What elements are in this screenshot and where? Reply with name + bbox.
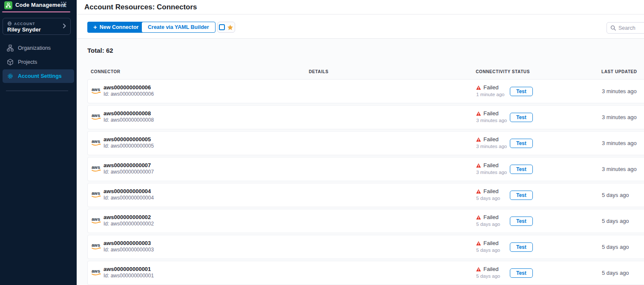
table-row[interactable]: aws aws000000000003 Id: aws000000000003 (87, 235, 644, 259)
table-row[interactable]: aws aws000000000005 Id: aws000000000005 (87, 131, 644, 155)
warning-triangle-icon (476, 215, 481, 219)
last-updated: 5 days ago (602, 270, 629, 276)
module-title: Code Management (15, 2, 66, 8)
connectivity-status-cell: Failed 5 days ago (476, 188, 500, 201)
test-button[interactable]: Test (510, 139, 533, 148)
account-name: Riley Snyder (7, 26, 41, 33)
test-button[interactable]: Test (510, 217, 533, 226)
connector-name: aws000000000006 (104, 84, 151, 91)
gear-icon (7, 73, 14, 80)
cube-icon (7, 59, 14, 66)
last-updated: 5 days ago (602, 244, 629, 250)
status-text: Failed (483, 162, 498, 168)
svg-text:aws: aws (92, 217, 100, 222)
svg-text:aws: aws (92, 87, 100, 92)
test-button[interactable]: Test (510, 87, 533, 96)
search-input[interactable] (618, 25, 644, 31)
sidebar-item-organizations[interactable]: Organizations (3, 41, 74, 55)
column-header-connector: CONNECTOR (91, 69, 121, 74)
search-box (607, 22, 644, 34)
last-updated: 3 minutes ago (602, 114, 637, 120)
test-button[interactable]: Test (510, 242, 533, 252)
create-via-yaml-builder-button[interactable]: Create via YAML Builder (141, 22, 216, 33)
aws-logo-icon: aws (91, 138, 102, 148)
table-row[interactable]: aws aws000000000004 Id: aws000000000004 (87, 183, 644, 207)
svg-text:aws: aws (92, 139, 100, 144)
column-header-last-updated: LAST UPDATED (601, 69, 637, 74)
main-area: Account Resources: Connectors + New Conn… (77, 0, 644, 285)
globe-icon (7, 21, 12, 26)
sidebar-accent-divider (2, 11, 70, 12)
favorites-filter-group (217, 22, 235, 33)
connector-name: aws000000000007 (104, 162, 151, 168)
test-button[interactable]: Test (510, 191, 533, 200)
table-row[interactable]: aws aws000000000002 Id: aws000000000002 (87, 209, 644, 233)
table-row[interactable]: aws aws000000000001 Id: aws000000000001 (87, 261, 644, 285)
connector-rows: aws aws000000000006 Id: aws000000000006 (87, 79, 644, 285)
total-count: Total: 62 (87, 47, 113, 54)
connectivity-status-cell: Failed 3 minutes ago (476, 162, 507, 175)
status-time: 3 minutes ago (476, 144, 507, 149)
new-connector-label: New Connector (100, 24, 139, 30)
code-management-logo-icon[interactable] (4, 1, 12, 9)
table-row[interactable]: aws aws000000000007 Id: aws000000000007 (87, 157, 644, 181)
new-connector-button[interactable]: + New Connector (87, 22, 144, 33)
status-text: Failed (483, 214, 498, 220)
warning-triangle-icon (476, 189, 481, 194)
connectivity-status-cell: Failed 5 days ago (476, 240, 500, 253)
status-time: 5 days ago (476, 222, 500, 227)
status-text: Failed (483, 188, 498, 194)
svg-text:aws: aws (92, 165, 100, 170)
connectivity-status-cell: Failed 5 days ago (476, 266, 500, 279)
connectivity-status-cell: Failed 3 minutes ago (476, 110, 507, 123)
column-header-connectivity-status: CONNECTIVITY STATUS (476, 69, 530, 74)
status-text: Failed (483, 240, 498, 246)
connectivity-status-cell: Failed 5 days ago (476, 214, 500, 227)
column-header-details: DETAILS (309, 69, 328, 74)
account-selector[interactable]: ACCOUNT Riley Snyder (3, 18, 71, 35)
status-time: 3 minutes ago (476, 118, 507, 123)
sidebar-divider (6, 91, 68, 91)
connector-id: Id: aws000000000008 (104, 117, 154, 123)
connector-name: aws000000000001 (104, 266, 151, 272)
connector-id: Id: aws000000000001 (104, 273, 154, 279)
test-button[interactable]: Test (510, 165, 533, 174)
aws-logo-icon: aws (91, 268, 102, 277)
connector-id: Id: aws000000000003 (104, 247, 154, 253)
table-row[interactable]: aws aws000000000008 Id: aws000000000008 (87, 105, 644, 129)
test-button[interactable]: Test (510, 268, 533, 278)
aws-logo-icon: aws (91, 242, 102, 251)
last-updated: 5 days ago (602, 192, 629, 198)
sidebar: Code Management ACCOUNT Riley Snyder (0, 0, 77, 285)
connector-id: Id: aws000000000002 (104, 221, 154, 227)
status-text: Failed (483, 110, 498, 117)
table-row[interactable]: aws aws000000000006 Id: aws000000000006 (87, 79, 644, 103)
sidebar-header: Code Management (0, 0, 77, 10)
table-column-headers: CONNECTOR DETAILS CONNECTIVITY STATUS LA… (77, 69, 644, 74)
connector-id: Id: aws000000000005 (104, 143, 154, 149)
sidebar-item-projects[interactable]: Projects (3, 55, 74, 69)
sidebar-item-label: Organizations (18, 45, 51, 51)
connector-id: Id: aws000000000006 (104, 91, 154, 97)
sidebar-item-account-settings[interactable]: Account Settings (3, 69, 74, 83)
status-time: 5 days ago (476, 274, 500, 279)
favorites-checkbox[interactable] (219, 24, 225, 30)
aws-logo-icon: aws (91, 86, 102, 96)
connector-id: Id: aws000000000007 (104, 169, 154, 175)
last-updated: 3 minutes ago (602, 88, 637, 94)
svg-text:aws: aws (92, 113, 100, 118)
aws-logo-icon: aws (91, 190, 102, 200)
svg-text:aws: aws (92, 268, 100, 274)
aws-logo-icon: aws (91, 164, 102, 174)
status-text: Failed (483, 266, 498, 272)
status-text: Failed (483, 136, 498, 142)
last-updated: 5 days ago (602, 218, 629, 224)
search-icon (610, 25, 616, 31)
module-switcher-grid-icon[interactable] (61, 2, 66, 7)
plus-icon: + (93, 24, 97, 30)
test-button[interactable]: Test (510, 113, 533, 122)
star-icon[interactable] (227, 24, 233, 31)
connector-name: aws000000000004 (104, 188, 151, 194)
connectors-list-panel: Total: 62 CONNECTOR DETAILS CONNECTIVITY… (77, 39, 644, 285)
sidebar-nav: Organizations Projects Account Settings (0, 41, 77, 83)
